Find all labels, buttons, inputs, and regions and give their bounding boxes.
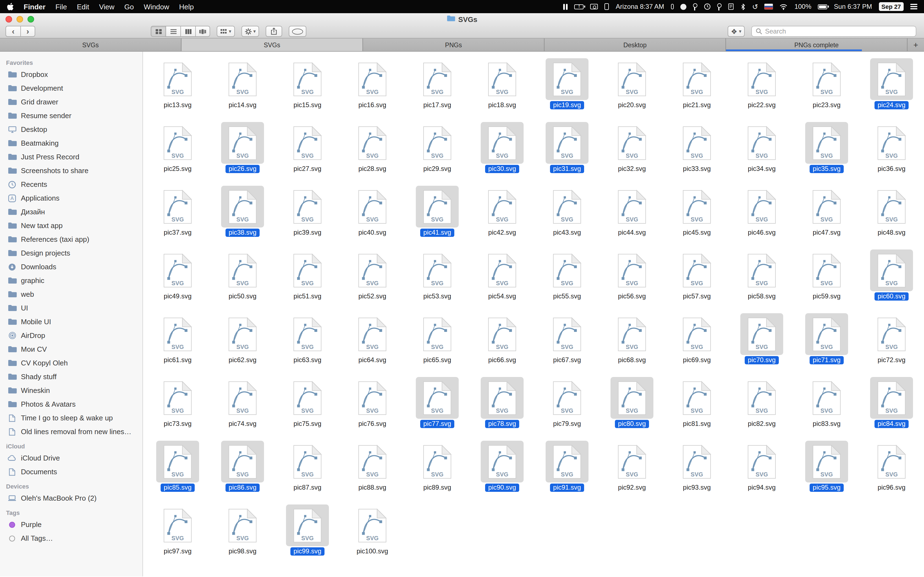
sidebar-item-just-press-record[interactable]: Just Press Record — [0, 150, 142, 164]
file-item[interactable]: SVGpic77.svg — [405, 377, 470, 441]
tab-5-pngs-complete[interactable]: PNGs complete — [726, 39, 908, 51]
menu-window[interactable]: Window — [144, 2, 170, 11]
menu-list-icon[interactable] — [910, 2, 918, 11]
list-view-button[interactable] — [166, 26, 180, 37]
file-item[interactable]: SVGpic95.svg — [794, 441, 859, 504]
file-item[interactable]: SVGpic25.svg — [145, 122, 210, 186]
file-item[interactable]: SVGpic90.svg — [470, 441, 535, 504]
menu-file[interactable]: File — [55, 2, 67, 11]
file-item[interactable]: SVGpic46.svg — [729, 186, 794, 250]
key-icon-2[interactable] — [717, 2, 721, 11]
sidebar-item-shady-stuff[interactable]: Shady stuff — [0, 370, 142, 384]
file-item[interactable]: SVGpic98.svg — [210, 504, 275, 568]
display-bars-icon[interactable] — [564, 2, 568, 11]
file-item[interactable]: SVGpic84.svg — [859, 377, 924, 441]
file-item[interactable]: SVGpic44.svg — [599, 186, 664, 250]
file-item[interactable]: SVGpic83.svg — [794, 377, 859, 441]
file-item[interactable]: SVGpic42.svg — [470, 186, 535, 250]
sidebar-item-resume-sender[interactable]: Resume sender — [0, 109, 142, 122]
file-item[interactable]: SVGpic72.svg — [859, 313, 924, 377]
file-item[interactable]: SVGpic26.svg — [210, 122, 275, 186]
file-item[interactable]: SVGpic39.svg — [275, 186, 340, 250]
titlebar[interactable]: SVGs — [0, 13, 924, 25]
zoom-button[interactable] — [27, 16, 34, 23]
file-item[interactable]: SVGpic21.svg — [664, 58, 729, 122]
sidebar-item-grid-drawer[interactable]: Grid drawer — [0, 95, 142, 109]
file-item[interactable]: SVGpic69.svg — [664, 313, 729, 377]
key-icon[interactable] — [693, 2, 697, 11]
file-item[interactable]: SVGpic28.svg — [340, 122, 405, 186]
file-item[interactable]: SVGpic15.svg — [275, 58, 340, 122]
tab-3-pngs[interactable]: PNGs — [363, 39, 544, 51]
wifi-icon[interactable] — [780, 2, 788, 11]
file-item[interactable]: SVGpic100.svg — [340, 504, 405, 568]
keyboard-flag-icon[interactable] — [765, 2, 773, 11]
minimize-button[interactable] — [16, 16, 23, 23]
sidebar-item-мои-cv[interactable]: Мои CV — [0, 342, 142, 356]
file-item[interactable]: SVGpic79.svg — [535, 377, 599, 441]
sidebar-item-web[interactable]: web — [0, 287, 142, 301]
file-item[interactable]: SVGpic24.svg — [859, 58, 924, 122]
sidebar-item-downloads[interactable]: Downloads — [0, 260, 142, 274]
tab-1-svgs[interactable]: SVGs — [0, 39, 181, 51]
file-item[interactable]: SVGpic63.svg — [275, 313, 340, 377]
file-item[interactable]: SVGpic73.svg — [145, 377, 210, 441]
file-item[interactable]: SVGpic64.svg — [340, 313, 405, 377]
file-item[interactable]: SVGpic50.svg — [210, 250, 275, 313]
tab-4-desktop[interactable]: Desktop — [544, 39, 726, 51]
battery-percent[interactable]: 100% — [795, 2, 811, 11]
menu-edit[interactable]: Edit — [77, 2, 89, 11]
file-item[interactable]: SVGpic19.svg — [535, 58, 599, 122]
arrange-button[interactable]: ▾ — [217, 26, 234, 37]
file-item[interactable]: SVGpic71.svg — [794, 313, 859, 377]
file-item[interactable]: SVGpic74.svg — [210, 377, 275, 441]
file-item[interactable]: SVGpic49.svg — [145, 250, 210, 313]
file-item[interactable]: SVGpic34.svg — [729, 122, 794, 186]
search-field[interactable] — [751, 26, 916, 37]
sidebar-item-development[interactable]: Development — [0, 81, 142, 95]
file-item[interactable]: SVGpic36.svg — [859, 122, 924, 186]
file-item[interactable]: SVGpic89.svg — [405, 441, 470, 504]
iphone-icon[interactable] — [605, 2, 609, 11]
file-item[interactable]: SVGpic16.svg — [340, 58, 405, 122]
file-item[interactable]: SVGpic37.svg — [145, 186, 210, 250]
file-item[interactable]: SVGpic30.svg — [470, 122, 535, 186]
search-input[interactable] — [765, 27, 912, 35]
file-item[interactable]: SVGpic94.svg — [729, 441, 794, 504]
sidebar-item-old-lines-removal-from-new-lines[interactable]: Old lines removal from new lines… — [0, 425, 142, 438]
sidebar-item-ui[interactable]: UI — [0, 301, 142, 315]
sidebar-item-photos-avatars[interactable]: Photos & Avatars — [0, 397, 142, 411]
dropbox-menu-button[interactable]: ❖▾ — [728, 26, 745, 37]
sidebar-item-dropbox[interactable]: Dropbox — [0, 68, 142, 81]
file-item[interactable]: SVGpic75.svg — [275, 377, 340, 441]
sidebar-item-airdrop[interactable]: AirDrop — [0, 329, 142, 342]
file-item[interactable]: SVGpic55.svg — [535, 250, 599, 313]
close-button[interactable] — [5, 16, 12, 23]
file-item[interactable]: SVGpic80.svg — [599, 377, 664, 441]
file-item[interactable]: SVGpic93.svg — [664, 441, 729, 504]
file-item[interactable]: SVGpic85.svg — [145, 441, 210, 504]
file-item[interactable]: SVGpic40.svg — [340, 186, 405, 250]
tab-2-svgs[interactable]: SVGs — [181, 39, 363, 51]
browser-circle-icon[interactable] — [680, 2, 686, 11]
file-item[interactable]: SVGpic48.svg — [859, 186, 924, 250]
menu-help[interactable]: Help — [179, 2, 194, 11]
location-time[interactable]: Arizona 8:37 AM — [616, 2, 664, 11]
file-item[interactable]: SVGpic58.svg — [729, 250, 794, 313]
file-item[interactable]: SVGpic54.svg — [470, 250, 535, 313]
new-tab-button[interactable]: + — [908, 39, 924, 51]
column-view-button[interactable] — [180, 26, 195, 37]
sidebar-item-beatmaking[interactable]: Beatmaking — [0, 136, 142, 150]
file-item[interactable]: SVGpic51.svg — [275, 250, 340, 313]
sidebar-item-oleh-s-macbook-pro-2[interactable]: Oleh's MacBook Pro (2) — [0, 491, 142, 505]
file-item[interactable]: SVGpic13.svg — [145, 58, 210, 122]
file-item[interactable]: SVGpic33.svg — [664, 122, 729, 186]
file-item[interactable]: SVGpic35.svg — [794, 122, 859, 186]
share-button[interactable] — [266, 26, 282, 37]
file-item[interactable]: SVGpic92.svg — [599, 441, 664, 504]
sidebar-item-desktop[interactable]: Desktop — [0, 122, 142, 136]
file-item[interactable]: SVGpic97.svg — [145, 504, 210, 568]
sidebar-item-time-i-go-to-sleep-wake-up[interactable]: Time I go to sleep & wake up — [0, 411, 142, 425]
battery-icon[interactable] — [818, 2, 827, 11]
file-item[interactable]: SVGpic70.svg — [729, 313, 794, 377]
